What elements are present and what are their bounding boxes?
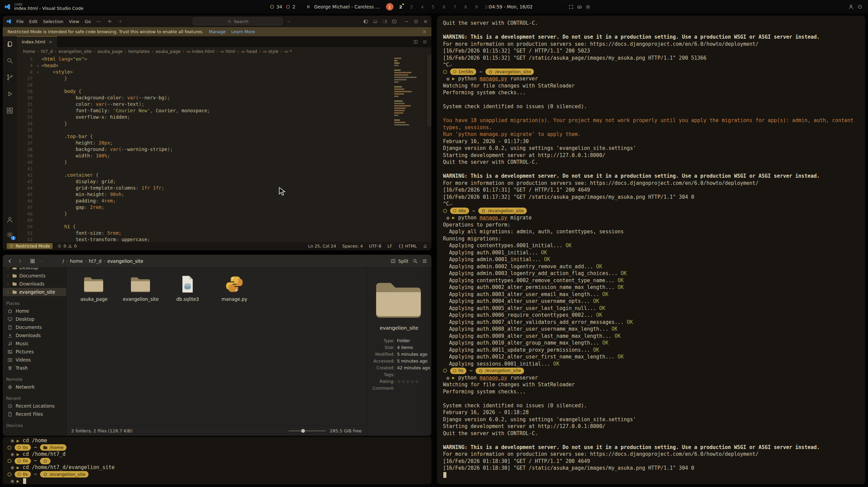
menu-selection[interactable]: Selection: [40, 19, 66, 24]
code-editor[interactable]: 3<html lang="en">4›<head>8› <style>27 }2…: [17, 55, 431, 242]
editor-scrollbar[interactable]: [427, 55, 431, 126]
file-entry-db-sqlite3[interactable]: db.sqlite3: [164, 273, 211, 302]
terminal-right[interactable]: Quit the server with CONTROL-C. WARNING:…: [437, 16, 865, 484]
view-mode-caret-icon[interactable]: [39, 259, 43, 263]
workspace-9[interactable]: 9: [473, 3, 480, 11]
workspace-4[interactable]: 4: [419, 3, 426, 11]
split-editor-icon[interactable]: [413, 39, 418, 44]
sidebar-item-music[interactable]: Music: [3, 339, 66, 348]
search-icon[interactable]: [412, 258, 418, 264]
vscode-titlebar[interactable]: FileEditSelectionViewGo⋯ Search: [3, 16, 431, 27]
workspace-5[interactable]: 5: [429, 3, 437, 11]
sidebar-item-network[interactable]: Network: [3, 383, 66, 391]
menu-go[interactable]: Go: [82, 19, 94, 24]
view-mode-icon[interactable]: [30, 258, 35, 264]
activity-extensions[interactable]: [6, 107, 14, 114]
sidebar-item-recent-files[interactable]: Recent Files: [3, 410, 66, 418]
forward-icon[interactable]: [17, 258, 23, 264]
sidebar-item-pictures[interactable]: Pictures: [3, 348, 66, 356]
terminal-left[interactable]: ●▶cd /home0s~/home●▶cd /home/ht7_d0s~●▶c…: [3, 437, 431, 484]
learn-more-link[interactable]: Learn More: [231, 29, 255, 34]
sidebar-item-documents[interactable]: Documents: [3, 323, 66, 331]
manage-link[interactable]: Manage: [209, 29, 226, 34]
menu-⋯[interactable]: ⋯: [94, 19, 103, 24]
path-item-evangelion_site[interactable]: evangelion_site: [107, 258, 144, 264]
breadcrumb-item[interactable]: ht7_d: [40, 49, 53, 54]
sidebar-item-home[interactable]: Home: [3, 307, 66, 315]
file-entry-manage-py[interactable]: manage.py: [211, 273, 258, 302]
path-item-home[interactable]: home: [69, 258, 83, 264]
menu-edit[interactable]: Edit: [26, 19, 40, 24]
zoom-slider-knob[interactable]: [301, 429, 305, 433]
workspace-7[interactable]: 7: [451, 3, 459, 11]
status-item[interactable]: UTF-8: [369, 244, 381, 249]
tree-item-evangelion_site[interactable]: evangelion_site: [3, 288, 66, 296]
layout-panel-icon[interactable]: [373, 19, 378, 24]
breadcrumb-item[interactable]: <>html: [219, 49, 236, 54]
menu-file[interactable]: File: [14, 19, 26, 24]
more-actions-icon[interactable]: [422, 39, 427, 44]
sidebar-item-trash[interactable]: Trash: [3, 364, 66, 372]
file-entry-asuka_page[interactable]: asuka_page: [71, 273, 117, 302]
dropdown-caret-icon[interactable]: [286, 19, 291, 24]
activity-source-control[interactable]: [6, 74, 14, 81]
breadcrumb-item[interactable]: home: [22, 49, 36, 54]
tree-item-desktop[interactable]: Desktop: [3, 268, 66, 272]
breadcrumb-item[interactable]: <>*: [284, 49, 292, 54]
pause-icon[interactable]: [306, 4, 311, 9]
status-item[interactable]: LF: [387, 244, 392, 249]
tree-item-downloads[interactable]: Downloads: [3, 280, 66, 288]
breadcrumb-item[interactable]: asuka_page: [155, 49, 181, 54]
close-tab-icon[interactable]: [49, 40, 53, 44]
status-item[interactable]: {} HTML: [398, 244, 417, 249]
activity-settings[interactable]: 1: [6, 231, 14, 238]
activity-account[interactable]: [6, 216, 14, 223]
fold-indicator-icon[interactable]: ›: [35, 69, 41, 75]
path-item-ht7_d[interactable]: ht7_d: [88, 258, 102, 264]
back-icon[interactable]: [7, 258, 13, 264]
close-banner-icon[interactable]: [422, 30, 427, 34]
sidebar-item-videos[interactable]: Videos: [3, 356, 66, 364]
tab-index-html[interactable]: index.html: [17, 36, 58, 47]
workspace-2[interactable]: 2: [397, 3, 404, 11]
sidebar-item-downloads[interactable]: Downloads: [3, 331, 66, 339]
breadcrumb-item[interactable]: <>index.html: [186, 49, 215, 54]
problems-status[interactable]: 0 0: [57, 244, 77, 249]
layout-customize-icon[interactable]: [392, 19, 397, 24]
split-view-button[interactable]: Split: [390, 258, 408, 264]
zoom-slider[interactable]: [288, 430, 326, 431]
status-item[interactable]: Ln 25, Col 24: [308, 244, 336, 249]
status-item[interactable]: Spaces: 4: [342, 244, 363, 249]
sidebar-item-desktop[interactable]: Desktop: [3, 315, 66, 323]
tree-item-documents[interactable]: Documents: [3, 272, 66, 280]
breadcrumb-item[interactable]: <>style: [262, 49, 279, 54]
workspace-1[interactable]: 1: [386, 3, 393, 11]
workspace-6[interactable]: 6: [440, 3, 448, 11]
activity-search[interactable]: [6, 57, 14, 64]
command-center-search[interactable]: Search: [193, 17, 283, 25]
breadcrumb-item[interactable]: evangelion_site: [58, 49, 92, 54]
workspace-3[interactable]: 3: [408, 3, 415, 11]
menu-view[interactable]: View: [66, 19, 82, 24]
breadcrumb[interactable]: home›ht7_d›evangelion_site›asuka_page›te…: [17, 47, 431, 55]
fold-indicator-icon[interactable]: ›: [35, 62, 41, 69]
breadcrumb-item[interactable]: asuka_page: [97, 49, 123, 54]
restricted-mode-status[interactable]: Restricted Mode: [7, 243, 53, 249]
activity-explorer[interactable]: [6, 40, 14, 48]
breadcrumb-item[interactable]: templates: [128, 49, 150, 54]
file-entry-evangelion_site[interactable]: evangelion_site: [117, 273, 164, 302]
breadcrumb-item[interactable]: <>head: [240, 49, 258, 54]
workspace-8[interactable]: 8: [462, 3, 469, 11]
close-window-icon[interactable]: [423, 19, 428, 24]
location-breadcrumb[interactable]: /›home›ht7_d›evangelion_site: [62, 258, 144, 264]
layout-sidebar-icon[interactable]: [363, 19, 368, 24]
file-grid[interactable]: asuka_pageevangelion_sitedb.sqlite3manag…: [66, 268, 366, 426]
sidebar-item-recent-locations[interactable]: Recent Locations: [3, 402, 66, 410]
hamburger-menu-icon[interactable]: [422, 258, 427, 264]
media-player-widget[interactable]: George Michael - Careless ...: [306, 0, 380, 14]
minimap[interactable]: [392, 57, 426, 125]
back-arrow-icon[interactable]: [108, 19, 113, 24]
activity-run-debug[interactable]: [6, 90, 14, 98]
maximize-icon[interactable]: [413, 19, 419, 24]
minimize-icon[interactable]: [404, 19, 409, 24]
